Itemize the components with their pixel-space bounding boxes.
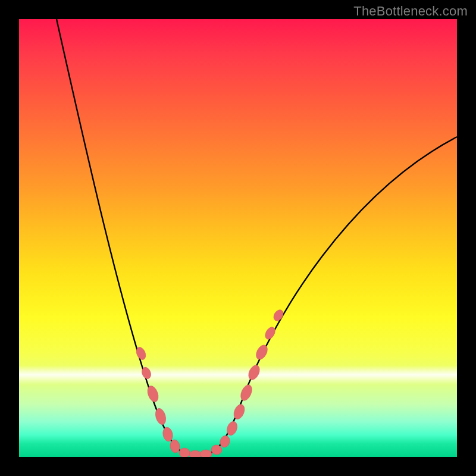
watermark-text: TheBottleneck.com [353, 4, 468, 19]
curve-marker [246, 364, 262, 381]
curve-marker [219, 434, 231, 449]
curve-marker [200, 450, 212, 457]
marker-group [134, 308, 285, 457]
curve-marker [254, 343, 270, 361]
curve-group [57, 19, 457, 455]
curve-marker [272, 308, 285, 322]
curve-marker [154, 407, 167, 425]
chart-frame: TheBottleneck.com [0, 0, 476, 476]
curve-left [57, 19, 203, 455]
curve-marker [232, 403, 247, 421]
curve-marker [146, 384, 161, 403]
curve-marker [179, 448, 190, 457]
curve-marker [189, 450, 201, 457]
curve-marker [239, 383, 254, 402]
curve-marker [211, 444, 223, 456]
curve-marker [162, 427, 174, 443]
chart-svg [19, 19, 457, 457]
